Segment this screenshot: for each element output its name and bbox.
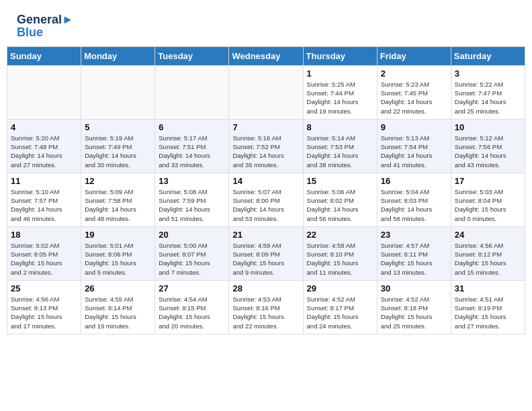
calendar-cell: 14Sunrise: 5:07 AM Sunset: 8:00 PM Dayli… — [229, 173, 303, 226]
day-number: 26 — [85, 283, 151, 293]
day-number: 2 — [381, 68, 447, 79]
calendar-week-row: 4Sunrise: 5:20 AM Sunset: 7:48 PM Daylig… — [7, 119, 525, 173]
day-number: 20 — [159, 230, 225, 240]
calendar-week-row: 11Sunrise: 5:10 AM Sunset: 7:57 PM Dayli… — [7, 173, 525, 226]
calendar-table: SundayMondayTuesdayWednesdayThursdayFrid… — [7, 46, 525, 334]
calendar-cell: 13Sunrise: 5:08 AM Sunset: 7:59 PM Dayli… — [155, 173, 229, 226]
calendar-cell: 30Sunrise: 4:52 AM Sunset: 8:18 PM Dayli… — [377, 280, 451, 334]
day-info: Sunrise: 4:54 AM Sunset: 8:15 PM Dayligh… — [159, 295, 225, 330]
day-info: Sunrise: 5:04 AM Sunset: 8:03 PM Dayligh… — [381, 187, 447, 223]
day-number: 8 — [307, 122, 373, 132]
calendar-cell: 17Sunrise: 5:03 AM Sunset: 8:04 PM Dayli… — [451, 173, 525, 226]
calendar-cell — [81, 65, 155, 119]
day-number: 12 — [85, 176, 151, 186]
day-number: 29 — [307, 283, 373, 293]
calendar-cell: 8Sunrise: 5:14 AM Sunset: 7:53 PM Daylig… — [303, 119, 377, 173]
calendar-cell: 12Sunrise: 5:09 AM Sunset: 7:58 PM Dayli… — [81, 173, 155, 226]
day-number: 22 — [307, 230, 373, 240]
day-info: Sunrise: 5:20 AM Sunset: 7:48 PM Dayligh… — [11, 134, 77, 169]
weekday-header-saturday: Saturday — [451, 46, 525, 65]
day-info: Sunrise: 4:58 AM Sunset: 8:10 PM Dayligh… — [307, 241, 373, 277]
calendar-cell: 20Sunrise: 5:00 AM Sunset: 8:07 PM Dayli… — [155, 226, 229, 280]
day-info: Sunrise: 5:19 AM Sunset: 7:49 PM Dayligh… — [85, 134, 151, 169]
weekday-header-tuesday: Tuesday — [155, 46, 229, 65]
day-info: Sunrise: 5:12 AM Sunset: 7:56 PM Dayligh… — [455, 134, 521, 169]
day-number: 30 — [381, 283, 447, 293]
day-info: Sunrise: 5:14 AM Sunset: 7:53 PM Dayligh… — [307, 134, 373, 169]
day-number: 6 — [159, 122, 225, 132]
calendar-cell: 24Sunrise: 4:56 AM Sunset: 8:12 PM Dayli… — [451, 226, 525, 280]
calendar-cell: 25Sunrise: 4:56 AM Sunset: 8:13 PM Dayli… — [7, 280, 81, 334]
calendar-cell: 1Sunrise: 5:25 AM Sunset: 7:44 PM Daylig… — [303, 65, 377, 119]
day-info: Sunrise: 4:57 AM Sunset: 8:11 PM Dayligh… — [381, 241, 447, 277]
day-number: 15 — [307, 176, 373, 186]
day-number: 18 — [11, 230, 77, 240]
calendar-cell: 2Sunrise: 5:23 AM Sunset: 7:45 PM Daylig… — [377, 65, 451, 119]
calendar-cell: 26Sunrise: 4:55 AM Sunset: 8:14 PM Dayli… — [81, 280, 155, 334]
calendar-cell: 3Sunrise: 5:22 AM Sunset: 7:47 PM Daylig… — [451, 65, 525, 119]
calendar-cell: 29Sunrise: 4:52 AM Sunset: 8:17 PM Dayli… — [303, 280, 377, 334]
weekday-header-sunday: Sunday — [7, 46, 81, 65]
calendar-cell: 22Sunrise: 4:58 AM Sunset: 8:10 PM Dayli… — [303, 226, 377, 280]
calendar-cell: 19Sunrise: 5:01 AM Sunset: 8:06 PM Dayli… — [81, 226, 155, 280]
logo-blue: Blue — [17, 26, 74, 40]
day-number: 11 — [11, 176, 77, 186]
day-number: 4 — [11, 122, 77, 132]
day-number: 27 — [159, 283, 225, 293]
page-header: General► Blue — [7, 7, 525, 43]
calendar-cell: 4Sunrise: 5:20 AM Sunset: 7:48 PM Daylig… — [7, 119, 81, 173]
weekday-header-wednesday: Wednesday — [229, 46, 303, 65]
day-info: Sunrise: 4:59 AM Sunset: 8:09 PM Dayligh… — [232, 241, 299, 277]
day-number: 19 — [85, 230, 151, 240]
weekday-header-friday: Friday — [377, 46, 451, 65]
calendar-week-row: 25Sunrise: 4:56 AM Sunset: 8:13 PM Dayli… — [7, 280, 525, 334]
day-number: 24 — [455, 230, 521, 240]
day-number: 31 — [455, 283, 521, 293]
day-number: 28 — [232, 283, 299, 293]
day-number: 7 — [232, 122, 299, 132]
day-number: 1 — [307, 68, 373, 79]
day-number: 13 — [159, 176, 225, 186]
calendar-cell: 16Sunrise: 5:04 AM Sunset: 8:03 PM Dayli… — [377, 173, 451, 226]
day-info: Sunrise: 5:02 AM Sunset: 8:05 PM Dayligh… — [11, 241, 77, 277]
day-number: 10 — [455, 122, 521, 132]
day-info: Sunrise: 4:53 AM Sunset: 8:16 PM Dayligh… — [232, 295, 299, 330]
day-info: Sunrise: 4:51 AM Sunset: 8:19 PM Dayligh… — [455, 295, 521, 330]
day-info: Sunrise: 5:10 AM Sunset: 7:57 PM Dayligh… — [11, 187, 77, 223]
day-number: 21 — [232, 230, 299, 240]
calendar-cell: 7Sunrise: 5:16 AM Sunset: 7:52 PM Daylig… — [229, 119, 303, 173]
logo: General► Blue — [17, 13, 74, 40]
calendar-week-row: 1Sunrise: 5:25 AM Sunset: 7:44 PM Daylig… — [7, 65, 525, 119]
day-info: Sunrise: 5:08 AM Sunset: 7:59 PM Dayligh… — [159, 187, 225, 223]
day-info: Sunrise: 5:01 AM Sunset: 8:06 PM Dayligh… — [85, 241, 151, 277]
day-number: 23 — [381, 230, 447, 240]
calendar-week-row: 18Sunrise: 5:02 AM Sunset: 8:05 PM Dayli… — [7, 226, 525, 280]
day-number: 3 — [455, 68, 521, 79]
calendar-cell: 18Sunrise: 5:02 AM Sunset: 8:05 PM Dayli… — [7, 226, 81, 280]
day-info: Sunrise: 5:00 AM Sunset: 8:07 PM Dayligh… — [159, 241, 225, 277]
day-info: Sunrise: 4:52 AM Sunset: 8:18 PM Dayligh… — [381, 295, 447, 330]
weekday-header-thursday: Thursday — [303, 46, 377, 65]
day-info: Sunrise: 5:23 AM Sunset: 7:45 PM Dayligh… — [381, 80, 447, 116]
day-number: 17 — [455, 176, 521, 186]
weekday-header-monday: Monday — [81, 46, 155, 65]
logo-text: General► — [17, 13, 74, 27]
calendar-cell: 21Sunrise: 4:59 AM Sunset: 8:09 PM Dayli… — [229, 226, 303, 280]
calendar-cell: 9Sunrise: 5:13 AM Sunset: 7:54 PM Daylig… — [377, 119, 451, 173]
day-number: 25 — [11, 283, 77, 293]
calendar-cell — [155, 65, 229, 119]
calendar-cell — [7, 65, 81, 119]
calendar-cell: 27Sunrise: 4:54 AM Sunset: 8:15 PM Dayli… — [155, 280, 229, 334]
day-info: Sunrise: 5:17 AM Sunset: 7:51 PM Dayligh… — [159, 134, 225, 169]
day-info: Sunrise: 5:09 AM Sunset: 7:58 PM Dayligh… — [85, 187, 151, 223]
day-info: Sunrise: 5:13 AM Sunset: 7:54 PM Dayligh… — [381, 134, 447, 169]
day-number: 16 — [381, 176, 447, 186]
day-info: Sunrise: 5:22 AM Sunset: 7:47 PM Dayligh… — [455, 80, 521, 116]
day-number: 14 — [232, 176, 299, 186]
calendar-cell: 11Sunrise: 5:10 AM Sunset: 7:57 PM Dayli… — [7, 173, 81, 226]
day-info: Sunrise: 4:55 AM Sunset: 8:14 PM Dayligh… — [85, 295, 151, 330]
calendar-header-row: SundayMondayTuesdayWednesdayThursdayFrid… — [7, 46, 525, 65]
calendar-cell: 28Sunrise: 4:53 AM Sunset: 8:16 PM Dayli… — [229, 280, 303, 334]
day-info: Sunrise: 5:25 AM Sunset: 7:44 PM Dayligh… — [307, 80, 373, 116]
calendar-cell: 31Sunrise: 4:51 AM Sunset: 8:19 PM Dayli… — [451, 280, 525, 334]
